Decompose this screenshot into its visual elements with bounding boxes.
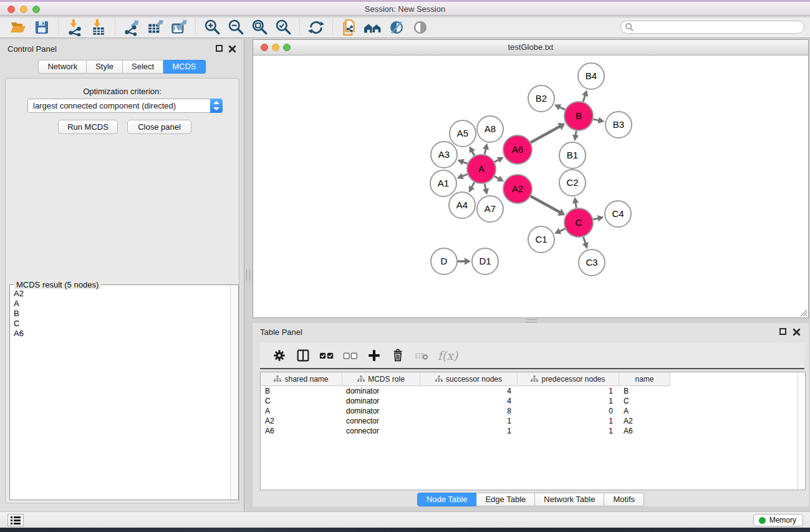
- node-A2[interactable]: A2: [503, 175, 532, 203]
- table-scrollbar[interactable]: [798, 372, 805, 490]
- node-A6[interactable]: A6: [503, 135, 532, 164]
- node-A8[interactable]: A8: [477, 116, 503, 142]
- close-panel-icon[interactable]: [228, 45, 236, 53]
- node-B4[interactable]: B4: [578, 63, 604, 89]
- node-C1[interactable]: C1: [528, 226, 554, 253]
- criterion-dropdown[interactable]: largest connected component (directed): [27, 99, 223, 113]
- cell: 1: [518, 416, 619, 426]
- control-panel-title: Control Panel: [7, 44, 57, 54]
- tab-style[interactable]: Style: [87, 60, 123, 74]
- tab-motifs[interactable]: Motifs: [604, 493, 644, 506]
- close-panel-button[interactable]: Close panel: [127, 120, 191, 134]
- resize-grip-icon[interactable]: [799, 308, 808, 317]
- show-hide-details-icon[interactable]: [386, 18, 407, 37]
- zoom-in-icon[interactable]: [201, 18, 223, 37]
- mcds-result-item[interactable]: A6: [11, 329, 229, 339]
- node-C[interactable]: C: [564, 208, 593, 237]
- network-canvas[interactable]: B4B2BB3A8A5A6A3B1AA1C2A2A4A7C4CC1C3DD1: [253, 56, 808, 317]
- node-B[interactable]: B: [564, 102, 593, 130]
- node-D[interactable]: D: [431, 248, 457, 274]
- mcds-result-item[interactable]: A: [11, 299, 229, 309]
- mcds-result-item[interactable]: A2: [11, 289, 229, 299]
- tab-select[interactable]: Select: [123, 60, 163, 74]
- delete-rows-icon[interactable]: [386, 346, 410, 365]
- tab-network-table[interactable]: Network Table: [535, 493, 604, 506]
- svg-text:A7: A7: [485, 203, 496, 214]
- tab-network[interactable]: Network: [38, 60, 87, 74]
- split-column-icon[interactable]: [291, 346, 315, 365]
- node-D1[interactable]: D1: [472, 248, 498, 274]
- search-input[interactable]: [620, 21, 804, 34]
- node-B1[interactable]: B1: [559, 142, 586, 168]
- edge-A2-C[interactable]: [531, 196, 561, 213]
- cell: C: [619, 396, 670, 406]
- svg-text:A4: A4: [456, 200, 468, 210]
- table-row[interactable]: Cdominator41C: [261, 396, 805, 406]
- zoom-selected-icon[interactable]: [272, 18, 294, 37]
- edge-A6-B[interactable]: [531, 126, 561, 142]
- workspace: Control Panel NetworkStyleSelectMCDS Opt…: [0, 38, 810, 511]
- duplicate-network-icon[interactable]: [339, 18, 360, 37]
- arrowhead-icon: [483, 188, 489, 195]
- toggle-view-icon[interactable]: [410, 18, 431, 37]
- float-table-panel-icon[interactable]: [779, 328, 786, 335]
- svg-text:C3: C3: [586, 257, 597, 268]
- node-B2[interactable]: B2: [528, 85, 554, 112]
- node-C4[interactable]: C4: [605, 201, 631, 227]
- refresh-layout-icon[interactable]: [306, 18, 327, 37]
- node-A[interactable]: A: [467, 155, 496, 183]
- node-C2[interactable]: C2: [559, 170, 586, 196]
- mcds-result-list: A2ABCA6: [11, 289, 229, 499]
- tab-node-table[interactable]: Node Table: [417, 493, 477, 506]
- export-image-icon[interactable]: [168, 18, 190, 37]
- network-window-titlebar[interactable]: testGlobe.txt: [253, 40, 808, 56]
- export-table-icon[interactable]: [145, 18, 166, 37]
- tab-mcds[interactable]: MCDS: [163, 60, 205, 74]
- tab-edge-table[interactable]: Edge Table: [476, 493, 535, 506]
- search-icon: [625, 22, 634, 32]
- node-A5[interactable]: A5: [450, 120, 476, 147]
- node-C3[interactable]: C3: [579, 249, 605, 276]
- select-all-checkboxes-icon[interactable]: [315, 346, 339, 365]
- deselect-all-checkboxes-icon[interactable]: [339, 346, 362, 365]
- column-header-MCDS-role[interactable]: MCDS role: [342, 372, 420, 386]
- node-A1[interactable]: A1: [430, 170, 456, 196]
- zoom-out-icon[interactable]: [225, 18, 246, 37]
- node-A4[interactable]: A4: [449, 192, 475, 218]
- node-A3[interactable]: A3: [431, 142, 457, 168]
- export-network-icon[interactable]: [121, 18, 142, 37]
- result-scrollbar[interactable]: [230, 285, 238, 500]
- table-row[interactable]: Adominator80A: [261, 406, 805, 416]
- first-neighbors-icon[interactable]: [362, 18, 383, 37]
- zoom-fit-icon[interactable]: [249, 18, 270, 37]
- delete-table-icon[interactable]: [410, 346, 433, 365]
- run-mcds-button[interactable]: Run MCDS: [58, 120, 118, 134]
- open-session-icon[interactable]: [7, 18, 29, 37]
- horizontal-splitter-grip[interactable]: [526, 319, 537, 322]
- column-header-name[interactable]: name: [619, 372, 670, 386]
- memory-button[interactable]: Memory: [753, 514, 803, 526]
- float-panel-icon[interactable]: [216, 45, 223, 52]
- import-network-icon[interactable]: [64, 18, 85, 37]
- application-window: Session: New Session: [0, 0, 810, 532]
- function-builder-icon[interactable]: f(x): [433, 346, 462, 365]
- node-B3[interactable]: B3: [605, 112, 632, 138]
- table-row[interactable]: A2connector11A2: [261, 416, 805, 426]
- save-session-icon[interactable]: [31, 18, 52, 37]
- mcds-result-item[interactable]: C: [11, 319, 229, 329]
- vertical-splitter-grip[interactable]: [246, 269, 250, 281]
- task-history-button[interactable]: [7, 514, 24, 526]
- add-row-icon[interactable]: [362, 346, 386, 365]
- arrowhead-icon: [582, 90, 588, 97]
- header-filler: [670, 372, 805, 386]
- mcds-result-item[interactable]: B: [11, 309, 229, 319]
- table-settings-icon[interactable]: [268, 346, 291, 365]
- import-table-icon[interactable]: [88, 18, 109, 37]
- node-A7[interactable]: A7: [477, 196, 503, 222]
- table-row[interactable]: A6connector11A6: [261, 426, 805, 436]
- column-header-predecessor-nodes[interactable]: predecessor nodes: [518, 372, 619, 386]
- table-row[interactable]: Bdominator41B: [261, 386, 805, 396]
- column-header-shared-name[interactable]: shared name: [261, 372, 342, 386]
- column-header-successor-nodes[interactable]: successor nodes: [420, 372, 518, 386]
- close-table-panel-icon[interactable]: [793, 328, 801, 336]
